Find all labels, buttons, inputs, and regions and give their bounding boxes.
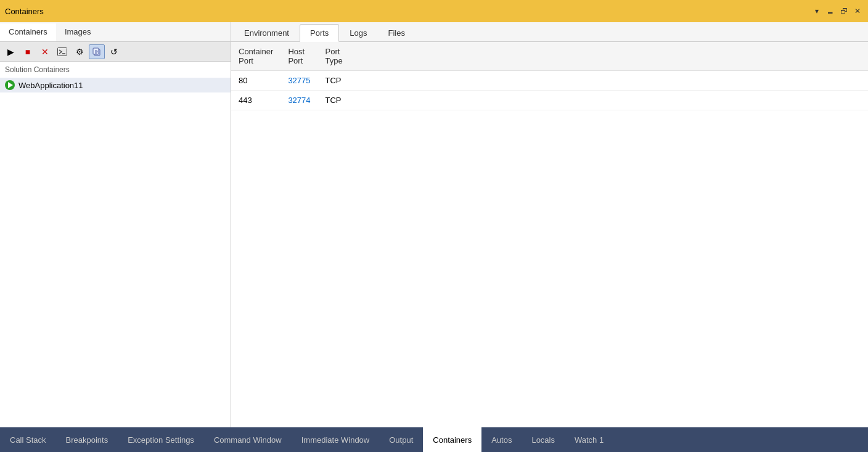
- dropdown-button[interactable]: ▾: [811, 6, 822, 17]
- host-port-link-0[interactable]: 32775: [288, 76, 310, 85]
- tab-files[interactable]: Files: [378, 24, 416, 42]
- tab-images[interactable]: Images: [56, 23, 100, 41]
- port-type-tcp-1: TCP: [318, 91, 350, 110]
- copy-button[interactable]: [89, 44, 105, 59]
- host-port-32774[interactable]: 32774: [280, 91, 317, 110]
- start-button[interactable]: ▶: [2, 44, 18, 59]
- col-container-port: Container Port: [231, 42, 280, 71]
- bottom-tab-watch1[interactable]: Watch 1: [565, 427, 613, 452]
- section-header-solution: Solution Containers: [0, 62, 231, 78]
- bottom-tab-containers[interactable]: Containers: [423, 427, 481, 452]
- bottom-tab-command-window[interactable]: Command Window: [204, 427, 292, 452]
- tab-logs[interactable]: Logs: [339, 24, 377, 42]
- settings-button[interactable]: ⚙: [72, 44, 88, 59]
- toolbar: ▶ ■ ✕ ⚙ ↺: [0, 42, 231, 62]
- title-bar: Containers ▾ 🗕 🗗 ✕: [0, 0, 868, 22]
- bottom-tab-locals[interactable]: Locals: [522, 427, 565, 452]
- running-icon: [5, 80, 15, 90]
- bottom-tab-exception-settings[interactable]: Exception Settings: [118, 427, 204, 452]
- title-bar-controls: ▾ 🗕 🗗 ✕: [811, 6, 863, 17]
- col-port-type: Port Type: [318, 42, 350, 71]
- port-type-tcp-0: TCP: [318, 71, 350, 91]
- bottom-tab-immediate-window[interactable]: Immediate Window: [292, 427, 380, 452]
- col-extra: [350, 42, 868, 71]
- right-panel: Environment Ports Logs Files Container P…: [231, 22, 868, 427]
- ports-content: Container Port Host Port Port Type 80 32…: [231, 42, 868, 427]
- list-item-label: WebApplication11: [18, 81, 83, 90]
- bottom-tab-call-stack[interactable]: Call Stack: [0, 427, 56, 452]
- remove-button[interactable]: ✕: [37, 44, 53, 59]
- table-row: 80 32775 TCP: [231, 71, 868, 91]
- host-port-32775[interactable]: 32775: [280, 71, 317, 91]
- refresh-button[interactable]: ↺: [106, 44, 122, 59]
- host-port-link-1[interactable]: 32774: [288, 96, 310, 105]
- container-port-443: 443: [231, 91, 280, 110]
- left-content: Solution Containers WebApplication11: [0, 62, 231, 427]
- stop-button[interactable]: ■: [20, 44, 36, 59]
- bottom-tabs: Call Stack Breakpoints Exception Setting…: [0, 427, 868, 452]
- maximize-button[interactable]: 🗗: [838, 6, 850, 17]
- main-area: Containers Images ▶ ■ ✕ ⚙: [0, 22, 868, 427]
- bottom-tab-breakpoints[interactable]: Breakpoints: [56, 427, 118, 452]
- tab-environment[interactable]: Environment: [234, 24, 300, 42]
- tab-containers[interactable]: Containers: [0, 23, 56, 41]
- container-port-80: 80: [231, 71, 280, 91]
- tab-ports[interactable]: Ports: [300, 24, 339, 42]
- close-button[interactable]: ✕: [852, 6, 863, 17]
- left-panel: Containers Images ▶ ■ ✕ ⚙: [0, 22, 231, 427]
- terminal-button[interactable]: [54, 44, 70, 59]
- bottom-tab-autos[interactable]: Autos: [481, 427, 522, 452]
- window-title: Containers: [5, 7, 44, 16]
- table-row: 443 32774 TCP: [231, 91, 868, 110]
- minimize-button[interactable]: 🗕: [825, 6, 836, 17]
- col-host-port: Host Port: [280, 42, 317, 71]
- list-item-webapplication[interactable]: WebApplication11: [0, 78, 231, 92]
- left-tabs: Containers Images: [0, 22, 231, 42]
- right-tabs: Environment Ports Logs Files: [231, 22, 868, 42]
- ports-table: Container Port Host Port Port Type 80 32…: [231, 42, 868, 110]
- bottom-tab-output[interactable]: Output: [379, 427, 423, 452]
